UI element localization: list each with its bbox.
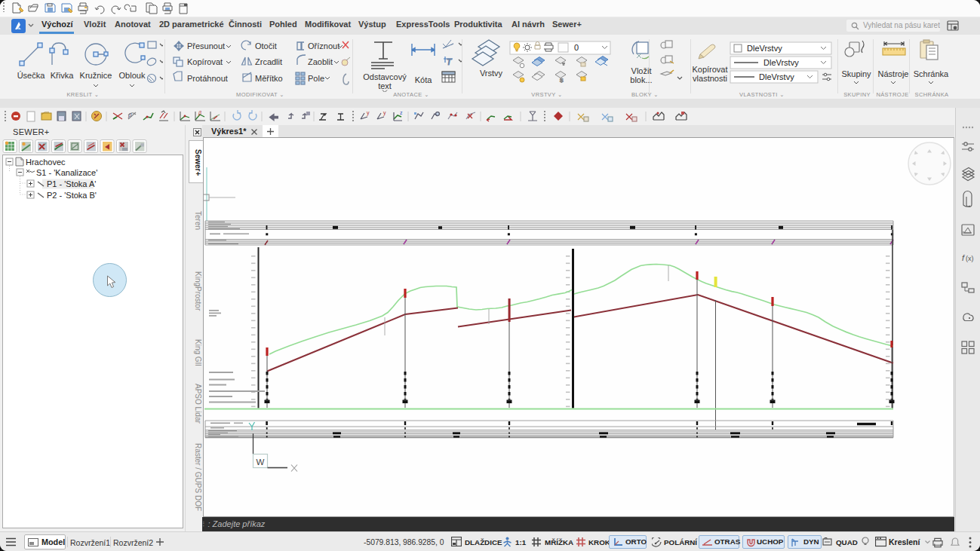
- svg-text:Křivka: Křivka: [51, 71, 74, 80]
- svg-text:z: z: [400, 110, 403, 115]
- svg-text:Skupiny: Skupiny: [841, 69, 871, 78]
- svg-text:Vrstvy: Vrstvy: [480, 69, 503, 78]
- svg-text:Úsečka: Úsečka: [17, 71, 46, 80]
- svg-text:vlastnosti: vlastnosti: [693, 74, 727, 83]
- svg-text:y: y: [383, 110, 386, 116]
- svg-text:Kružnice: Kružnice: [80, 71, 112, 80]
- svg-text:Vložit: Vložit: [631, 66, 652, 75]
- svg-text:W: W: [257, 458, 265, 467]
- svg-text:y: y: [367, 110, 370, 116]
- svg-text:0: 0: [574, 43, 579, 52]
- svg-text:$: $: [560, 77, 564, 84]
- svg-text:Kopírovat: Kopírovat: [187, 57, 223, 66]
- svg-text:blok...: blok...: [630, 75, 652, 84]
- svg-text:Nástroje: Nástroje: [878, 69, 909, 78]
- svg-text:Zaoblit: Zaoblit: [308, 57, 333, 66]
- svg-text:Zrcadlit: Zrcadlit: [255, 57, 282, 66]
- svg-text:Odstavcový: Odstavcový: [363, 72, 407, 81]
- svg-text:Měřítko: Měřítko: [255, 74, 283, 83]
- svg-text:Kóta: Kóta: [415, 75, 433, 84]
- svg-text:DleVrstvy: DleVrstvy: [763, 58, 799, 67]
- svg-text:S1 - 'Kanalizace': S1 - 'Kanalizace': [36, 168, 97, 177]
- svg-text:(x): (x): [966, 255, 974, 262]
- svg-text:Otočit: Otočit: [255, 41, 277, 51]
- svg-text:T: T: [447, 58, 452, 66]
- svg-text:Oblouk: Oblouk: [119, 71, 146, 80]
- svg-text:β: β: [127, 112, 132, 118]
- svg-text:f: f: [962, 253, 965, 262]
- svg-text:P2 - 'Stoka B': P2 - 'Stoka B': [47, 191, 97, 200]
- svg-text:Schránka: Schránka: [914, 69, 949, 78]
- svg-text:text: text: [378, 81, 392, 90]
- svg-text:Protáhnout: Protáhnout: [187, 74, 228, 83]
- svg-text:Hrachovec: Hrachovec: [26, 158, 66, 167]
- svg-text:Kopírovat: Kopírovat: [692, 65, 727, 74]
- svg-text:Pole: Pole: [308, 74, 324, 83]
- svg-text:P1 - 'Stoka A': P1 - 'Stoka A': [47, 179, 96, 188]
- svg-text:β: β: [198, 110, 201, 116]
- svg-text:Oříznout: Oříznout: [308, 41, 339, 51]
- svg-text:DleVrstvy: DleVrstvy: [759, 72, 794, 81]
- svg-text:DleVrstvy: DleVrstvy: [747, 44, 782, 53]
- svg-text:Přesunout: Přesunout: [187, 41, 225, 51]
